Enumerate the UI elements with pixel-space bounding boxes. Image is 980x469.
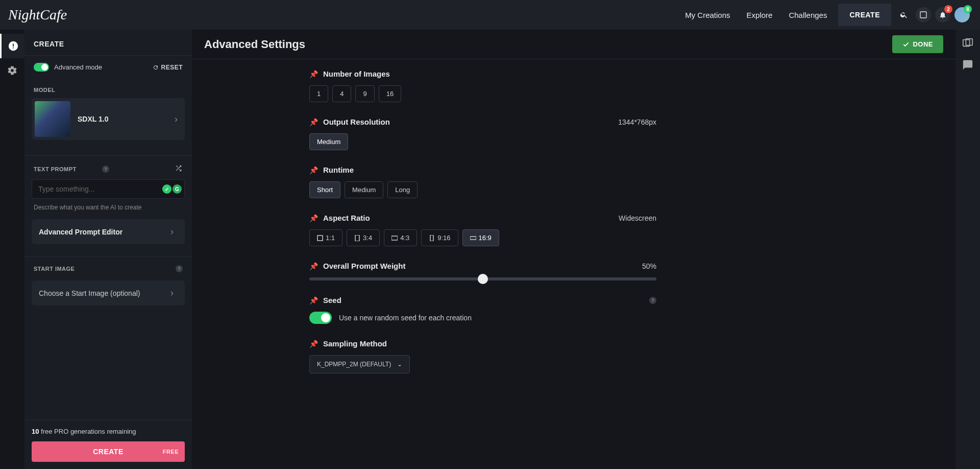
pin-icon[interactable]: 📌 bbox=[309, 296, 318, 304]
page-title: Advanced Settings bbox=[204, 38, 892, 51]
model-name: SDXL 1.0 bbox=[70, 115, 175, 123]
start-image-selector[interactable]: Choose a Start Image (optional) › bbox=[32, 280, 185, 306]
nav-my-creations[interactable]: My Creations bbox=[677, 11, 738, 19]
svg-rect-0 bbox=[920, 12, 926, 18]
aspect-ratio-title: Aspect Ratio bbox=[323, 214, 614, 222]
seed-title: Seed bbox=[323, 296, 641, 304]
nav-explore[interactable]: Explore bbox=[739, 11, 781, 19]
number-of-images-title: Number of Images bbox=[323, 69, 656, 78]
num-images-4[interactable]: 4 bbox=[332, 85, 351, 102]
pin-icon[interactable]: 📌 bbox=[309, 70, 318, 78]
reset-button[interactable]: RESET bbox=[153, 64, 183, 71]
start-image-label: START IMAGE bbox=[34, 266, 173, 272]
svg-rect-1 bbox=[317, 236, 323, 241]
sampling-method-title: Sampling Method bbox=[323, 339, 656, 348]
runtime-medium[interactable]: Medium bbox=[345, 181, 383, 198]
slider-thumb[interactable] bbox=[478, 274, 488, 284]
chevron-right-icon: › bbox=[170, 288, 178, 298]
runtime-short[interactable]: Short bbox=[309, 181, 340, 198]
sidebar-create-header: CREATE bbox=[24, 30, 192, 55]
ratio-1-1[interactable]: 1:1 bbox=[309, 229, 342, 246]
runtime-title: Runtime bbox=[323, 166, 656, 174]
prompt-weight-slider[interactable] bbox=[309, 277, 656, 280]
topbar-create-button[interactable]: CREATE bbox=[838, 4, 891, 26]
ratio-16-9[interactable]: 16:9 bbox=[462, 229, 499, 246]
shuffle-icon[interactable] bbox=[175, 164, 183, 174]
help-icon[interactable]: ? bbox=[176, 265, 183, 272]
logo[interactable]: NightCafe bbox=[8, 7, 67, 23]
gallery-icon[interactable] bbox=[916, 7, 931, 22]
chevron-down-icon: ⌄ bbox=[397, 361, 402, 368]
prompt-weight-title: Overall Prompt Weight bbox=[323, 262, 637, 270]
grammarly-icon: ✓ bbox=[162, 184, 172, 194]
search-icon[interactable] bbox=[896, 7, 912, 22]
seed-label: Use a new random seed for each creation bbox=[339, 314, 472, 322]
seed-toggle[interactable] bbox=[309, 312, 332, 324]
model-selector[interactable]: SDXL 1.0 › bbox=[32, 98, 185, 140]
model-thumbnail bbox=[35, 101, 70, 137]
num-images-16[interactable]: 16 bbox=[379, 85, 401, 102]
credits-remaining: 10 free PRO generations remaining bbox=[32, 428, 185, 435]
pin-icon[interactable]: 📌 bbox=[309, 340, 318, 348]
prompt-hint: Describe what you want the AI to create bbox=[32, 199, 185, 216]
num-images-1[interactable]: 1 bbox=[309, 85, 328, 102]
rail-settings-icon[interactable] bbox=[0, 58, 24, 83]
text-prompt-label: TEXT PROMPT bbox=[34, 166, 99, 172]
pin-icon[interactable]: 📌 bbox=[309, 166, 318, 174]
prompt-weight-value: 50% bbox=[642, 262, 656, 270]
help-icon[interactable]: ? bbox=[649, 297, 656, 304]
pin-icon[interactable]: 📌 bbox=[309, 214, 318, 222]
images-icon[interactable] bbox=[962, 38, 973, 49]
avatar[interactable]: 8 bbox=[954, 7, 970, 22]
rail-create-icon[interactable] bbox=[0, 34, 24, 58]
svg-rect-4 bbox=[430, 235, 433, 241]
prompt-input[interactable] bbox=[32, 179, 185, 199]
output-resolution-value: 1344*768px bbox=[618, 118, 656, 126]
ratio-9-16[interactable]: 9:16 bbox=[421, 229, 458, 246]
aspect-ratio-value: Widescreen bbox=[619, 214, 656, 222]
num-images-9[interactable]: 9 bbox=[355, 85, 374, 102]
chevron-right-icon: › bbox=[170, 226, 178, 237]
notifications-icon[interactable]: 2 bbox=[935, 7, 950, 22]
chat-icon[interactable] bbox=[962, 59, 973, 71]
nav-challenges[interactable]: Challenges bbox=[780, 11, 835, 19]
resolution-medium[interactable]: Medium bbox=[309, 133, 348, 150]
svg-rect-3 bbox=[391, 236, 398, 240]
done-button[interactable]: DONE bbox=[892, 35, 943, 53]
model-section-label: MODEL bbox=[24, 79, 192, 98]
svg-rect-2 bbox=[355, 235, 359, 241]
ratio-4-3[interactable]: 4:3 bbox=[384, 229, 417, 246]
chevron-right-icon: › bbox=[175, 114, 182, 125]
advanced-mode-label: Advanced mode bbox=[54, 63, 153, 71]
advanced-mode-toggle[interactable] bbox=[34, 63, 49, 72]
create-button[interactable]: CREATE FREE bbox=[32, 441, 185, 462]
pin-icon[interactable]: 📌 bbox=[309, 262, 318, 270]
svg-rect-5 bbox=[470, 237, 476, 240]
help-icon[interactable]: ? bbox=[102, 166, 109, 173]
grammarly-g-icon: G bbox=[173, 184, 182, 194]
sampling-method-dropdown[interactable]: K_DPMPP_2M (DEFAULT) ⌄ bbox=[309, 355, 410, 373]
notification-badge: 2 bbox=[944, 5, 952, 13]
ratio-3-4[interactable]: 3:4 bbox=[347, 229, 380, 246]
advanced-prompt-editor[interactable]: Advanced Prompt Editor › bbox=[32, 219, 185, 244]
pin-icon[interactable]: 📌 bbox=[309, 118, 318, 126]
runtime-long[interactable]: Long bbox=[387, 181, 418, 198]
avatar-badge: 8 bbox=[964, 5, 972, 13]
free-tag: FREE bbox=[163, 449, 179, 455]
output-resolution-title: Output Resolution bbox=[323, 118, 613, 126]
